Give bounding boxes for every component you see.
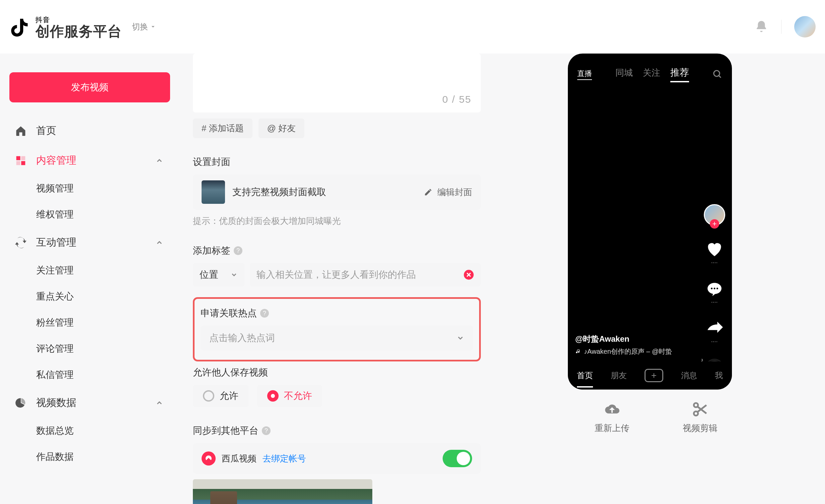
like-action[interactable]: ···· [705, 240, 724, 265]
brand-small-text: 抖音 [35, 15, 122, 24]
phone-live-label[interactable]: 直播 [577, 69, 592, 80]
info-icon[interactable]: ? [262, 426, 271, 435]
chevron-down-icon [230, 271, 238, 278]
xigua-label: 西瓜视频 [222, 453, 256, 465]
nav-fans-mgmt[interactable]: 粉丝管理 [9, 310, 170, 336]
phone-tab-friends[interactable]: 朋友 [611, 370, 627, 381]
caret-down-icon [150, 24, 156, 30]
music-note-icon [575, 349, 581, 355]
home-icon [14, 124, 27, 138]
hot-heading: 申请关联热点 ? [201, 307, 473, 320]
edit-cover-button[interactable]: 编辑封面 [424, 186, 472, 198]
svg-rect-1 [21, 156, 25, 160]
publish-button[interactable]: 发布视频 [9, 72, 170, 102]
form-column: 0 / 55 # 添加话题 @ 好友 设置封面 支持完整视频封面截取 编辑封面 … [179, 54, 487, 504]
nav-dm-mgmt[interactable]: 私信管理 [9, 362, 170, 388]
caption-sound[interactable]: ♪Awaken创作的原声 – @时蛰 [575, 347, 672, 356]
nav-video-data[interactable]: 视频数据 [9, 388, 170, 418]
brand-large-text: 创作服务平台 [35, 24, 122, 38]
svg-rect-2 [16, 161, 20, 165]
location-input[interactable]: 输入相关位置，让更多人看到你的作品 [250, 263, 481, 286]
cloud-upload-icon [604, 401, 620, 418]
hot-topic-input[interactable]: 点击输入热点词 [201, 326, 473, 350]
xigua-sync-row: 西瓜视频 去绑定帐号 [193, 443, 481, 474]
switch-link[interactable]: 切换 [132, 21, 156, 32]
share-icon [705, 319, 724, 338]
cover-hint: 提示：优质的封面会极大增加同城曝光 [193, 215, 481, 227]
video-thumbnail[interactable] [193, 479, 372, 504]
cover-row: 支持完整视频封面截取 编辑封面 [193, 174, 481, 210]
preview-column: 直播 同城 关注 推荐 ···· · [568, 54, 744, 504]
bind-account-link[interactable]: 去绑定帐号 [262, 453, 306, 465]
phone-search-icon[interactable] [712, 69, 723, 79]
video-clip-button[interactable]: 视频剪辑 [683, 401, 718, 434]
phone-caption: @时蛰Awaken ♪Awaken创作的原声 – @时蛰 [575, 334, 672, 356]
xigua-logo-icon [202, 451, 216, 466]
phone-tab-follow[interactable]: 关注 [643, 67, 660, 79]
allow-save-radio[interactable]: 允许 [193, 385, 248, 407]
share-action[interactable]: ···· [705, 319, 724, 344]
mention-friend-chip[interactable]: @ 好友 [258, 118, 305, 138]
divider [781, 20, 781, 34]
brand: 抖音 创作服务平台 [9, 15, 122, 38]
radio-checked-icon [267, 390, 279, 402]
nav-content-mgmt[interactable]: 内容管理 [9, 146, 170, 175]
douyin-logo-icon [9, 16, 31, 37]
grid-icon [14, 154, 27, 167]
svg-point-9 [717, 287, 718, 289]
nav-works-data[interactable]: 作品数据 [9, 444, 170, 470]
nav-key-focus[interactable]: 重点关心 [9, 283, 170, 310]
phone-preview: 直播 同城 关注 推荐 ···· · [568, 54, 732, 390]
nav-video-mgmt[interactable]: 视频管理 [9, 175, 170, 201]
phone-tab-home[interactable]: 首页 [577, 370, 593, 381]
chevron-up-icon [155, 239, 163, 247]
nav-data-overview[interactable]: 数据总览 [9, 418, 170, 444]
top-bar: 抖音 创作服务平台 切换 [0, 0, 825, 54]
phone-tab-me[interactable]: 我 [715, 370, 723, 381]
chevron-down-icon [456, 334, 464, 342]
clear-icon[interactable] [463, 269, 474, 280]
chevron-up-icon [155, 157, 163, 165]
author-avatar-icon[interactable] [704, 204, 725, 226]
nav-home[interactable]: 首页 [9, 116, 170, 146]
user-avatar[interactable] [794, 16, 816, 37]
add-topic-chip[interactable]: # 添加话题 [193, 118, 252, 138]
phone-bottom-bar: 首页 朋友 + 消息 我 [568, 361, 732, 390]
deny-save-radio[interactable]: 不允许 [257, 385, 322, 407]
svg-point-7 [711, 287, 712, 289]
info-icon[interactable]: ? [234, 246, 242, 255]
phone-tab-messages[interactable]: 消息 [681, 370, 697, 381]
cover-heading: 设置封面 [193, 156, 481, 168]
sidebar: 发布视频 首页 内容管理 视频管理 维权管理 互动管理 关注管理 重点关心 粉丝… [0, 54, 179, 504]
sync-toggle[interactable] [443, 450, 472, 467]
caption-username[interactable]: @时蛰Awaken [575, 334, 672, 344]
nav-interaction-mgmt[interactable]: 互动管理 [9, 228, 170, 257]
scissors-icon [692, 401, 708, 418]
radio-unchecked-icon [203, 390, 214, 402]
svg-rect-0 [16, 156, 20, 160]
phone-tab-local[interactable]: 同城 [615, 67, 633, 79]
svg-point-5 [714, 71, 720, 77]
phone-tab-recommend[interactable]: 推荐 [670, 66, 689, 82]
comment-icon [705, 280, 724, 299]
cover-support-text: 支持完整视频封面截取 [232, 186, 326, 198]
tag-type-select[interactable]: 位置 [193, 263, 244, 286]
svg-rect-3 [21, 161, 25, 165]
pie-chart-icon [14, 396, 27, 410]
nav-comment-mgmt[interactable]: 评论管理 [9, 336, 170, 362]
cover-thumbnail[interactable] [202, 180, 225, 204]
save-heading: 允许他人保存视频 [193, 366, 481, 379]
reupload-button[interactable]: 重新上传 [595, 401, 629, 434]
bell-icon[interactable] [754, 20, 768, 34]
chevron-up-icon [155, 399, 163, 407]
heart-sync-icon [14, 236, 27, 249]
phone-plus-button[interactable]: + [645, 369, 663, 382]
nav-rights-mgmt[interactable]: 维权管理 [9, 201, 170, 228]
sync-heading: 同步到其他平台 ? [193, 424, 481, 437]
comment-action[interactable]: ···· [705, 280, 724, 305]
description-textarea[interactable]: 0 / 55 [193, 54, 481, 112]
nav-follow-mgmt[interactable]: 关注管理 [9, 257, 170, 283]
char-counter: 0 / 55 [442, 94, 471, 105]
heart-icon [705, 240, 724, 259]
info-icon[interactable]: ? [260, 309, 269, 318]
